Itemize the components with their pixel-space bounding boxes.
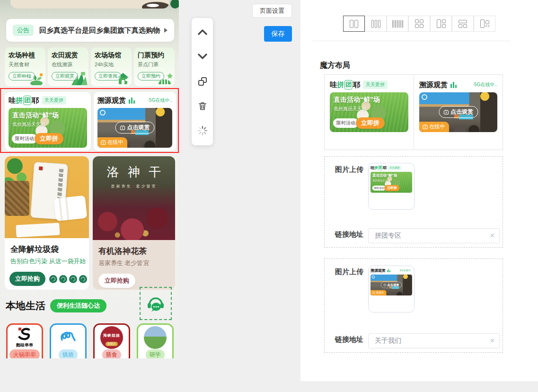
move-down-button[interactable] bbox=[196, 50, 209, 62]
announcement-badge: 公告 bbox=[13, 25, 34, 36]
product-title: 有机洛神花茶 bbox=[98, 246, 169, 257]
phone-preview-canvas[interactable]: 公告 回乡真选平台是回乡集团旗下真选购物平… 农场种植 天然食材 立即种植 农田… bbox=[0, 0, 179, 358]
live-card-title: 溯源观赏 bbox=[97, 96, 126, 105]
clear-icon[interactable]: ✕ bbox=[490, 337, 495, 345]
eco-certification-icons bbox=[49, 275, 87, 283]
video-icon bbox=[101, 140, 106, 145]
category-button[interactable]: 立即预约 bbox=[138, 72, 164, 80]
announcement-arrow-icon[interactable] bbox=[164, 28, 168, 33]
category-card-viewing[interactable]: 农田观赏 在线溯源 立即观赏 bbox=[48, 47, 88, 86]
live-stream-photo[interactable]: 点击观赏 在线中 bbox=[97, 108, 172, 148]
category-subtitle: 天然食材 bbox=[9, 61, 45, 68]
buy-now-button[interactable]: 立即抢购 bbox=[98, 274, 135, 288]
storefront-logo bbox=[100, 110, 106, 116]
live-trace-card[interactable]: 溯源观赏 ·5G在线中.. 点击观赏 在线中 bbox=[94, 92, 176, 151]
eco-icon bbox=[79, 275, 87, 283]
announcement-text: 回乡真选平台是回乡集团旗下真选购物平… bbox=[39, 26, 160, 35]
photo-headline: 直击活动“鲜”场 bbox=[12, 111, 59, 120]
link-address-label: 链接地址 bbox=[335, 335, 363, 344]
local-card-bakery[interactable]: 烘焙 bbox=[50, 323, 87, 358]
category-button[interactable]: 立即种植 bbox=[9, 72, 35, 80]
garbage-bag-photo bbox=[5, 156, 89, 238]
logo-text: 鹅味串串 bbox=[8, 342, 42, 348]
swan-calligraphy-logo bbox=[16, 327, 33, 340]
preview-cell-1[interactable]: 哇拼团耶 天天爱拼 直击活动“鲜”场 低价真品天天有 限时活动 立即拼 bbox=[325, 75, 414, 150]
online-badge-label: 在线中 bbox=[107, 139, 123, 146]
product-card-roselle-tea[interactable]: 洛神干 居家养生/老少皆宜 有机洛神花茶 居家养生 老少皆宜 立即抢购 bbox=[93, 156, 175, 290]
image-upload-thumbnail-1[interactable]: 哇拼团耶 天天爱拼 直击活动“鲜”场 低价真品天天有 限时活动立即拼 bbox=[368, 163, 415, 210]
local-card-study-tour[interactable]: 研学 bbox=[137, 323, 174, 358]
category-card-venue[interactable]: 农场场馆 24h实地 立即查阅 bbox=[91, 47, 132, 86]
title-char: 耶 bbox=[32, 96, 39, 105]
clear-icon[interactable]: ✕ bbox=[490, 232, 495, 240]
delete-button[interactable] bbox=[196, 100, 209, 112]
layout-option-one-left-two-right[interactable] bbox=[430, 16, 452, 32]
link-input-wrap: ✕ bbox=[368, 333, 500, 348]
local-card-hotpot[interactable]: 鹅味串串 火锅串串 bbox=[6, 323, 43, 358]
duplicate-button[interactable] bbox=[196, 75, 209, 88]
live-stream-photo: 点击观赏 在线中 bbox=[419, 92, 497, 132]
layout-option-four-cols[interactable] bbox=[387, 16, 408, 32]
local-card-label: 膳食 bbox=[102, 349, 121, 358]
image-upload-label: 图片上传 bbox=[335, 267, 363, 276]
product-card-garbage-bags[interactable]: 全降解垃圾袋 告别白色污染 从这一袋开始 立即抢购 bbox=[5, 156, 89, 290]
layout-option-grid-2x2[interactable] bbox=[408, 16, 430, 32]
layout-option-row bbox=[343, 16, 495, 32]
cell-2-settings-group: 图片上传 溯源观赏 ·5G在线中.. 点击观赏 在线中 链接地址 ✕ bbox=[324, 258, 503, 353]
group-buy-photo[interactable]: 直击活动“鲜”场 低价真品天天有 限时活动 立即拼 bbox=[9, 108, 87, 148]
chevron-down-icon bbox=[197, 53, 208, 60]
layout-option-three-cols[interactable] bbox=[365, 16, 387, 32]
save-button[interactable]: 保存 bbox=[264, 26, 292, 42]
live-trace-card-header: 溯源观赏 ·5G在线中.. bbox=[97, 96, 172, 105]
magic-cube-widget-selected[interactable]: 哇拼团耶 天天爱拼 直击活动“鲜”场 低价真品天天有 限时活动 立即拼 溯源观赏… bbox=[0, 88, 179, 153]
page-settings-button[interactable]: 页面设置 bbox=[252, 4, 292, 18]
headset-chat-icon bbox=[146, 295, 165, 312]
local-card-label: 火锅串串 bbox=[9, 349, 40, 358]
layout-option-two-cols[interactable] bbox=[343, 16, 365, 32]
local-card-label: 烘焙 bbox=[59, 349, 78, 358]
chat-widget-dashed-selection[interactable] bbox=[140, 287, 172, 320]
eco-icon bbox=[59, 275, 67, 283]
online-badge: 在线中 bbox=[97, 137, 127, 148]
category-card-planting[interactable]: 农场种植 天然食材 立即种植 bbox=[5, 47, 45, 86]
move-up-button[interactable] bbox=[196, 26, 209, 38]
product-title: 全降解垃圾袋 bbox=[10, 244, 83, 255]
image-upload-thumbnail-2[interactable]: 溯源观赏 ·5G在线中.. 点击观赏 在线中 bbox=[368, 266, 415, 312]
preview-cell-2[interactable]: 溯源观赏 ·5G在线中.. 点击观赏 在线中 bbox=[414, 75, 503, 150]
announcement-bar[interactable]: 公告 回乡真选平台是回乡集团旗下真选购物平… bbox=[6, 19, 174, 42]
watch-live-label: 点击观赏 bbox=[127, 124, 150, 132]
eco-icon bbox=[69, 275, 77, 283]
local-life-row: 鹅味串串 火锅串串 烘焙 海峡姐妹 茶膳坊 膳食 研学 bbox=[6, 323, 175, 358]
local-card-label: 研学 bbox=[146, 349, 165, 358]
bag-roll bbox=[54, 196, 88, 222]
category-button[interactable]: 立即查阅 bbox=[95, 72, 121, 80]
section-title: 魔方布局 bbox=[320, 61, 350, 71]
layout-option-one-left-mixed-right[interactable] bbox=[474, 16, 495, 32]
refresh-spinner-button[interactable] bbox=[196, 125, 209, 137]
panel-divider bbox=[312, 41, 511, 41]
signal-bars-icon bbox=[129, 98, 135, 104]
group-buy-card[interactable]: 哇拼团耶 天天爱拼 直击活动“鲜”场 低价真品天天有 限时活动 立即拼 bbox=[5, 92, 91, 151]
join-group-button[interactable]: 立即拼 bbox=[35, 133, 63, 144]
video-icon bbox=[120, 125, 125, 130]
category-title: 农田观赏 bbox=[52, 51, 88, 60]
banner-avocado-image bbox=[170, 0, 179, 9]
local-card-meals[interactable]: 海峡姐妹 茶膳坊 膳食 bbox=[93, 323, 130, 358]
link-address-input-1[interactable] bbox=[368, 228, 500, 243]
category-title: 农场场馆 bbox=[95, 51, 132, 60]
banner-highlight bbox=[147, 4, 159, 7]
product-subtitle: 告别白色污染 从这一袋开始 bbox=[10, 257, 83, 266]
category-card-tickets[interactable]: 门票预约 景点门票 立即预约 bbox=[134, 47, 175, 86]
product-subtitle: 居家养生 老少皆宜 bbox=[98, 259, 169, 267]
poster-subtitle: 居家养生/老少皆宜 bbox=[93, 184, 175, 189]
sisters-teahouse-logo: 海峡姐妹 茶膳坊 bbox=[100, 326, 123, 349]
category-button[interactable]: 立即观赏 bbox=[52, 72, 78, 80]
copy-icon bbox=[198, 77, 207, 86]
group-buy-photo: 直击活动“鲜”场 低价真品天天有 限时活动 立即拼 bbox=[330, 92, 408, 132]
watch-live-button[interactable]: 点击观赏 bbox=[115, 122, 155, 134]
buy-now-button[interactable]: 立即抢购 bbox=[9, 272, 45, 286]
group-buy-badge: 天天爱拼 bbox=[42, 96, 66, 105]
layout-option-one-top-two-bottom[interactable] bbox=[452, 16, 474, 32]
link-address-input-2[interactable] bbox=[368, 333, 500, 348]
signal-bars-icon bbox=[450, 82, 457, 88]
